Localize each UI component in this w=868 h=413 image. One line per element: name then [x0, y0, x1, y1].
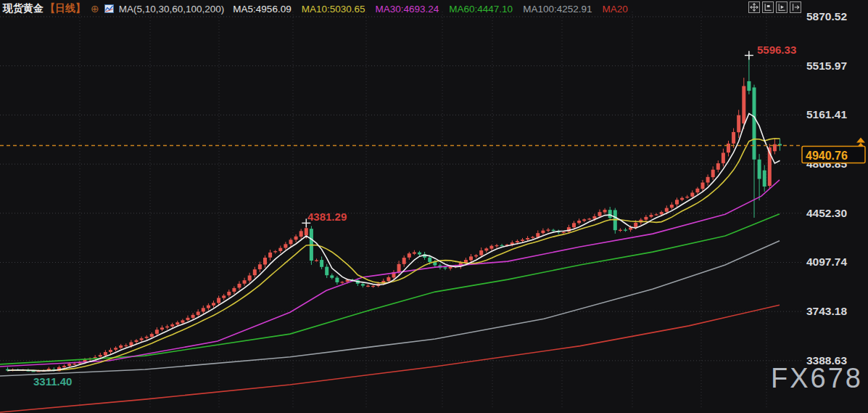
candle-body	[202, 308, 205, 311]
candle-body	[186, 318, 190, 320]
candle-body	[243, 280, 247, 284]
candle-body	[207, 306, 210, 308]
instrument-title: 现货黄金	[3, 2, 44, 15]
ma-legend-item: MA10:5030.65	[302, 4, 365, 15]
candle-body	[479, 250, 483, 255]
candle-body	[335, 278, 339, 282]
annotation-text: 4381.29	[307, 210, 347, 223]
horizontal-gridlines	[0, 17, 801, 361]
candle-body	[634, 223, 637, 227]
candle-body	[753, 87, 756, 159]
candle-body	[484, 248, 488, 250]
candle-body	[62, 366, 66, 367]
candle-body	[145, 337, 149, 338]
candle-body	[397, 264, 401, 272]
candle-body	[114, 348, 117, 349]
candle-body	[232, 288, 236, 292]
candle-body	[655, 214, 658, 215]
ma5-line	[8, 113, 780, 371]
candle-body	[690, 192, 694, 196]
candle-body	[562, 232, 566, 233]
candle-body	[413, 253, 416, 254]
chart-header: 现货黄金 【日线】 ⊕ MA(5,10,30,60,100,200) MA5:4…	[3, 1, 638, 16]
candle-body	[449, 266, 452, 268]
candle-body	[248, 276, 252, 281]
candle-body	[191, 315, 195, 318]
ma60-line	[0, 214, 780, 364]
candle-body	[418, 253, 421, 255]
y-axis-labels: 5870.525515.975161.414806.854452.304097.…	[806, 10, 847, 367]
timeframe-label[interactable]: 【日线】	[45, 2, 86, 15]
candle-body	[263, 258, 267, 264]
candle-body	[150, 334, 154, 337]
candle-body	[706, 177, 710, 183]
candle-body	[665, 208, 669, 212]
candle-body	[402, 258, 406, 264]
candle-body	[541, 231, 545, 233]
candle-body	[278, 248, 282, 251]
pan-icon[interactable]	[748, 1, 760, 13]
candle-body	[428, 258, 431, 262]
candle-body	[294, 237, 298, 240]
candle-body	[119, 345, 123, 348]
candle-body	[516, 241, 519, 242]
y-axis-tick-label: 5161.41	[806, 108, 847, 120]
circle-plus-icon[interactable]: ⊕	[91, 4, 99, 14]
ma-legend-item: MA30:4693.24	[375, 4, 439, 15]
candle-body	[619, 230, 622, 231]
annotation-text: 3311.40	[33, 375, 72, 388]
current-price-badge: 4940.76	[802, 138, 865, 163]
candle-body	[644, 217, 648, 220]
candle-body	[747, 81, 751, 91]
ma-legend-item: MA60:4447.10	[449, 4, 513, 15]
collapse-panel-icon[interactable]	[790, 1, 801, 13]
ma30-line	[0, 180, 780, 367]
candle-body	[587, 218, 591, 219]
price-scale-icon[interactable]	[762, 1, 774, 13]
candle-body	[330, 275, 334, 277]
ma-legend-item: MA20	[602, 4, 627, 15]
vertical-gridlines	[80, 12, 766, 408]
candle-body	[716, 163, 720, 170]
candle-body	[320, 260, 323, 267]
candle-body	[305, 228, 308, 235]
candle-body	[742, 86, 745, 124]
candle-body	[253, 269, 257, 275]
candle-body	[361, 284, 365, 285]
candle-body	[140, 338, 144, 340]
candle-body	[536, 233, 540, 237]
candle-body	[469, 256, 473, 260]
ma-settings-label[interactable]: MA(5,10,30,60,100,200)	[119, 4, 225, 15]
y-axis-tick-label: 4097.74	[806, 255, 847, 268]
candle-body	[387, 277, 390, 281]
candle-body	[94, 357, 97, 359]
price-up-arrow-icon	[858, 143, 864, 147]
candle-body	[160, 327, 164, 330]
candle-body	[104, 352, 107, 355]
y-axis-tick-label: 3743.18	[806, 305, 847, 317]
candle-body	[500, 245, 504, 246]
candle-body	[197, 311, 200, 315]
candle-body	[124, 345, 128, 346]
candle-body	[273, 251, 277, 252]
indicator-chart-icon[interactable]	[104, 4, 114, 13]
candle-body	[371, 286, 375, 287]
chart-toolbar	[746, 1, 801, 13]
candle-body	[238, 284, 241, 287]
auto-play-icon[interactable]	[776, 1, 788, 13]
candle-body	[763, 171, 766, 187]
candle-body	[366, 286, 370, 287]
watermark-fx678: FX678	[771, 363, 863, 394]
candle-body	[701, 183, 705, 189]
candle-body	[227, 292, 231, 295]
candle-body	[408, 253, 411, 258]
annotations: 5596.334381.293311.40	[33, 44, 796, 388]
price-chart-canvas[interactable]: 5596.334381.293311.405870.525515.975161.…	[0, 0, 868, 413]
ma-legend: MA5:4956.09MA10:5030.65MA30:4693.24MA60:…	[233, 4, 637, 15]
y-axis-tick-label: 4452.30	[806, 207, 847, 219]
candle-body	[212, 303, 215, 306]
candle-body	[489, 246, 493, 249]
candle-body	[268, 253, 272, 258]
candle-body	[675, 200, 679, 204]
price-up-arrow-icon	[856, 138, 865, 143]
